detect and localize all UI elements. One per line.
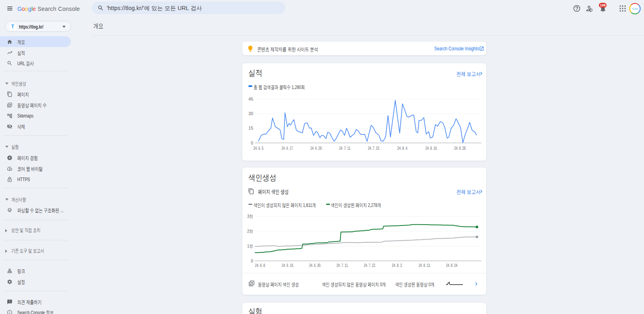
- svg-text:15: 15: [248, 126, 253, 130]
- svg-text:45: 45: [248, 97, 253, 101]
- svg-text:24. 7. 11.: 24. 7. 11.: [336, 263, 349, 268]
- svg-text:24. 6. 29.: 24. 6. 29.: [310, 146, 322, 151]
- svg-text:24. 6. 30.: 24. 6. 30.: [309, 263, 321, 268]
- svg-text:24. 8. 16.: 24. 8. 16.: [425, 146, 438, 151]
- svg-text:24. 6. 17.: 24. 6. 17.: [282, 146, 294, 151]
- svg-text:3천: 3천: [247, 214, 253, 219]
- svg-text:0: 0: [251, 140, 253, 145]
- svg-text:24. 6. 19.: 24. 6. 19.: [282, 263, 294, 268]
- svg-text:24. 8. 2.: 24. 8. 2.: [392, 263, 403, 268]
- svg-text:24. 6. 8.: 24. 6. 8.: [255, 263, 266, 268]
- svg-text:24. 7. 11.: 24. 7. 11.: [339, 146, 351, 151]
- svg-text:24. 7. 22.: 24. 7. 22.: [364, 263, 376, 268]
- svg-text:24. 8. 28.: 24. 8. 28.: [454, 146, 466, 151]
- svg-text:1천: 1천: [247, 244, 253, 248]
- svg-text:TLOG: TLOG: [632, 8, 638, 10]
- svg-text:24. 8. 24.: 24. 8. 24.: [446, 263, 458, 268]
- svg-text:24. 8. 4.: 24. 8. 4.: [397, 146, 408, 151]
- svg-text:24. 8. 13.: 24. 8. 13.: [419, 263, 431, 268]
- svg-text:24. 6. 5.: 24. 6. 5.: [254, 146, 264, 151]
- svg-text:24. 7. 23.: 24. 7. 23.: [368, 146, 380, 151]
- svg-text:30: 30: [248, 111, 253, 116]
- svg-text:2천: 2천: [247, 229, 253, 233]
- svg-text:0: 0: [251, 258, 253, 263]
